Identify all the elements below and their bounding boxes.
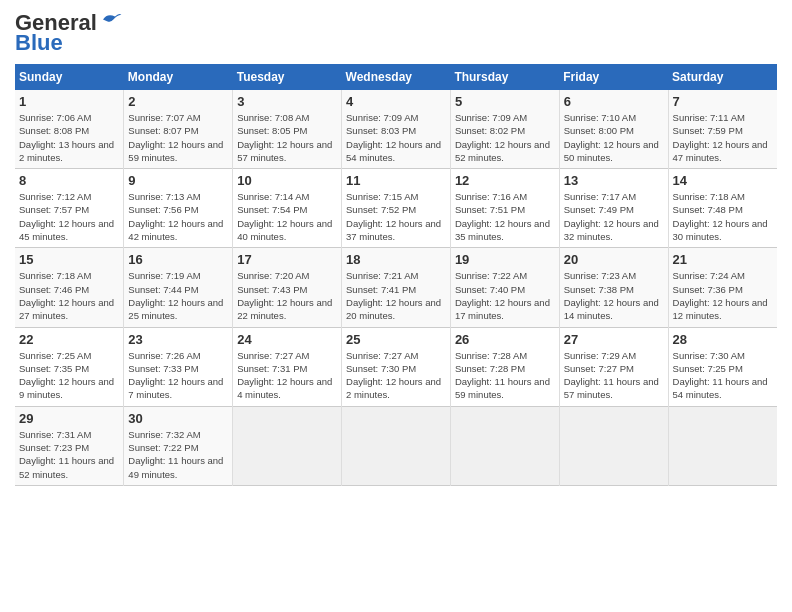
column-header-friday: Friday — [559, 64, 668, 90]
calendar-cell — [668, 406, 777, 485]
day-info: Sunrise: 7:16 AMSunset: 7:51 PMDaylight:… — [455, 190, 555, 243]
day-info: Sunrise: 7:13 AMSunset: 7:56 PMDaylight:… — [128, 190, 228, 243]
day-number: 20 — [564, 252, 664, 267]
day-info: Sunrise: 7:27 AMSunset: 7:31 PMDaylight:… — [237, 349, 337, 402]
day-info: Sunrise: 7:19 AMSunset: 7:44 PMDaylight:… — [128, 269, 228, 322]
calendar-cell: 5Sunrise: 7:09 AMSunset: 8:02 PMDaylight… — [450, 90, 559, 169]
day-number: 29 — [19, 411, 119, 426]
day-info: Sunrise: 7:28 AMSunset: 7:28 PMDaylight:… — [455, 349, 555, 402]
header: General Blue — [15, 10, 777, 56]
day-number: 21 — [673, 252, 773, 267]
day-info: Sunrise: 7:12 AMSunset: 7:57 PMDaylight:… — [19, 190, 119, 243]
day-info: Sunrise: 7:18 AMSunset: 7:46 PMDaylight:… — [19, 269, 119, 322]
calendar-cell: 22Sunrise: 7:25 AMSunset: 7:35 PMDayligh… — [15, 327, 124, 406]
day-info: Sunrise: 7:27 AMSunset: 7:30 PMDaylight:… — [346, 349, 446, 402]
calendar-cell: 9Sunrise: 7:13 AMSunset: 7:56 PMDaylight… — [124, 169, 233, 248]
calendar-cell — [559, 406, 668, 485]
day-number: 13 — [564, 173, 664, 188]
day-info: Sunrise: 7:09 AMSunset: 8:03 PMDaylight:… — [346, 111, 446, 164]
day-number: 15 — [19, 252, 119, 267]
column-header-sunday: Sunday — [15, 64, 124, 90]
day-number: 24 — [237, 332, 337, 347]
calendar-cell: 27Sunrise: 7:29 AMSunset: 7:27 PMDayligh… — [559, 327, 668, 406]
day-number: 26 — [455, 332, 555, 347]
day-info: Sunrise: 7:32 AMSunset: 7:22 PMDaylight:… — [128, 428, 228, 481]
calendar-cell: 17Sunrise: 7:20 AMSunset: 7:43 PMDayligh… — [233, 248, 342, 327]
calendar-cell: 15Sunrise: 7:18 AMSunset: 7:46 PMDayligh… — [15, 248, 124, 327]
calendar-cell: 3Sunrise: 7:08 AMSunset: 8:05 PMDaylight… — [233, 90, 342, 169]
column-header-wednesday: Wednesday — [342, 64, 451, 90]
day-info: Sunrise: 7:23 AMSunset: 7:38 PMDaylight:… — [564, 269, 664, 322]
day-number: 4 — [346, 94, 446, 109]
logo: General Blue — [15, 10, 123, 56]
calendar-cell — [233, 406, 342, 485]
day-number: 1 — [19, 94, 119, 109]
calendar-cell: 6Sunrise: 7:10 AMSunset: 8:00 PMDaylight… — [559, 90, 668, 169]
day-info: Sunrise: 7:10 AMSunset: 8:00 PMDaylight:… — [564, 111, 664, 164]
calendar-cell: 24Sunrise: 7:27 AMSunset: 7:31 PMDayligh… — [233, 327, 342, 406]
calendar-cell: 8Sunrise: 7:12 AMSunset: 7:57 PMDaylight… — [15, 169, 124, 248]
day-number: 19 — [455, 252, 555, 267]
calendar-cell — [450, 406, 559, 485]
day-info: Sunrise: 7:29 AMSunset: 7:27 PMDaylight:… — [564, 349, 664, 402]
calendar-cell: 23Sunrise: 7:26 AMSunset: 7:33 PMDayligh… — [124, 327, 233, 406]
day-number: 27 — [564, 332, 664, 347]
day-number: 28 — [673, 332, 773, 347]
day-info: Sunrise: 7:14 AMSunset: 7:54 PMDaylight:… — [237, 190, 337, 243]
calendar-cell: 26Sunrise: 7:28 AMSunset: 7:28 PMDayligh… — [450, 327, 559, 406]
calendar-cell: 13Sunrise: 7:17 AMSunset: 7:49 PMDayligh… — [559, 169, 668, 248]
calendar-cell: 18Sunrise: 7:21 AMSunset: 7:41 PMDayligh… — [342, 248, 451, 327]
calendar-cell — [342, 406, 451, 485]
day-info: Sunrise: 7:26 AMSunset: 7:33 PMDaylight:… — [128, 349, 228, 402]
day-number: 8 — [19, 173, 119, 188]
column-header-monday: Monday — [124, 64, 233, 90]
day-number: 25 — [346, 332, 446, 347]
calendar-cell: 21Sunrise: 7:24 AMSunset: 7:36 PMDayligh… — [668, 248, 777, 327]
column-header-tuesday: Tuesday — [233, 64, 342, 90]
day-info: Sunrise: 7:20 AMSunset: 7:43 PMDaylight:… — [237, 269, 337, 322]
calendar-cell: 1Sunrise: 7:06 AMSunset: 8:08 PMDaylight… — [15, 90, 124, 169]
calendar-cell: 7Sunrise: 7:11 AMSunset: 7:59 PMDaylight… — [668, 90, 777, 169]
day-number: 3 — [237, 94, 337, 109]
day-info: Sunrise: 7:30 AMSunset: 7:25 PMDaylight:… — [673, 349, 773, 402]
day-info: Sunrise: 7:25 AMSunset: 7:35 PMDaylight:… — [19, 349, 119, 402]
calendar-cell: 19Sunrise: 7:22 AMSunset: 7:40 PMDayligh… — [450, 248, 559, 327]
day-number: 23 — [128, 332, 228, 347]
calendar-cell: 4Sunrise: 7:09 AMSunset: 8:03 PMDaylight… — [342, 90, 451, 169]
calendar-cell: 14Sunrise: 7:18 AMSunset: 7:48 PMDayligh… — [668, 169, 777, 248]
day-number: 9 — [128, 173, 228, 188]
day-number: 12 — [455, 173, 555, 188]
day-info: Sunrise: 7:31 AMSunset: 7:23 PMDaylight:… — [19, 428, 119, 481]
column-header-saturday: Saturday — [668, 64, 777, 90]
day-info: Sunrise: 7:11 AMSunset: 7:59 PMDaylight:… — [673, 111, 773, 164]
day-info: Sunrise: 7:15 AMSunset: 7:52 PMDaylight:… — [346, 190, 446, 243]
day-info: Sunrise: 7:09 AMSunset: 8:02 PMDaylight:… — [455, 111, 555, 164]
day-info: Sunrise: 7:07 AMSunset: 8:07 PMDaylight:… — [128, 111, 228, 164]
day-number: 5 — [455, 94, 555, 109]
day-number: 18 — [346, 252, 446, 267]
calendar-cell: 29Sunrise: 7:31 AMSunset: 7:23 PMDayligh… — [15, 406, 124, 485]
logo-bird-icon — [99, 10, 123, 26]
calendar-cell: 2Sunrise: 7:07 AMSunset: 8:07 PMDaylight… — [124, 90, 233, 169]
day-number: 16 — [128, 252, 228, 267]
calendar-cell: 30Sunrise: 7:32 AMSunset: 7:22 PMDayligh… — [124, 406, 233, 485]
logo-blue: Blue — [15, 30, 63, 56]
day-number: 7 — [673, 94, 773, 109]
calendar-cell: 28Sunrise: 7:30 AMSunset: 7:25 PMDayligh… — [668, 327, 777, 406]
day-info: Sunrise: 7:18 AMSunset: 7:48 PMDaylight:… — [673, 190, 773, 243]
day-number: 2 — [128, 94, 228, 109]
day-info: Sunrise: 7:24 AMSunset: 7:36 PMDaylight:… — [673, 269, 773, 322]
calendar-week-row: 15Sunrise: 7:18 AMSunset: 7:46 PMDayligh… — [15, 248, 777, 327]
day-number: 6 — [564, 94, 664, 109]
calendar-cell: 12Sunrise: 7:16 AMSunset: 7:51 PMDayligh… — [450, 169, 559, 248]
calendar-cell: 25Sunrise: 7:27 AMSunset: 7:30 PMDayligh… — [342, 327, 451, 406]
calendar-cell: 20Sunrise: 7:23 AMSunset: 7:38 PMDayligh… — [559, 248, 668, 327]
calendar-cell: 16Sunrise: 7:19 AMSunset: 7:44 PMDayligh… — [124, 248, 233, 327]
calendar-week-row: 1Sunrise: 7:06 AMSunset: 8:08 PMDaylight… — [15, 90, 777, 169]
calendar-week-row: 8Sunrise: 7:12 AMSunset: 7:57 PMDaylight… — [15, 169, 777, 248]
day-number: 22 — [19, 332, 119, 347]
day-info: Sunrise: 7:22 AMSunset: 7:40 PMDaylight:… — [455, 269, 555, 322]
day-number: 11 — [346, 173, 446, 188]
day-number: 17 — [237, 252, 337, 267]
day-info: Sunrise: 7:08 AMSunset: 8:05 PMDaylight:… — [237, 111, 337, 164]
